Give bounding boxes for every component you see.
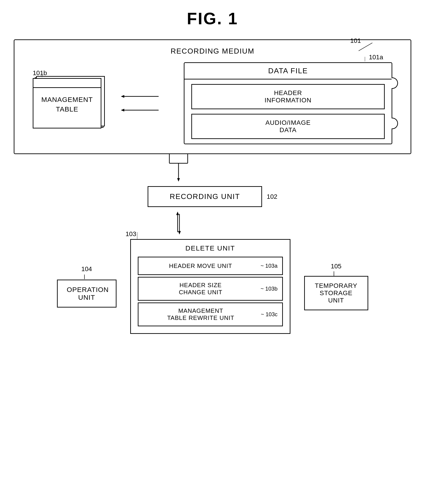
recording-medium-box: RECORDING MEDIUM 101b MANAGEMENTTABLE (14, 39, 411, 154)
recording-unit-box: RECORDING UNIT (148, 186, 262, 207)
audio-image-label: AUDIO/IMAGEDATA (197, 119, 379, 134)
header-info-label: HEADERINFORMATION (197, 89, 379, 104)
ref-105-line (332, 271, 341, 276)
ref-103b: ~ 103b (260, 286, 277, 292)
mt-header-line (33, 79, 101, 88)
arrow-section-2 (14, 212, 411, 235)
operation-unit-label: OPERATIONUNIT (67, 286, 109, 301)
management-table-box: MANAGEMENTTABLE (33, 78, 101, 128)
svg-marker-16 (178, 231, 181, 235)
temporary-storage-label: TEMPORARYSTORAGE UNIT (315, 282, 358, 304)
arrow-section-1 (14, 154, 411, 181)
delete-unit-label: DELETE UNIT (138, 244, 283, 252)
ref-103a: ~ 103a (260, 263, 277, 269)
ref-104: 104 (81, 265, 92, 273)
delete-unit-wrapper: 103 DELETE UNIT HEADER MOVE UNIT ~ 103a … (130, 239, 290, 334)
data-file-container: 101a DATA FILE HEADERINFORMATION AUDIO/I… (184, 62, 392, 144)
header-size-change-unit-label: HEADER SIZECHANGE UNIT (143, 282, 258, 296)
recording-unit-label: RECORDING UNIT (170, 192, 240, 201)
scroll-arc-bottom (392, 118, 398, 129)
data-file-label: DATA FILE (185, 63, 392, 80)
recording-medium-label: RECORDING MEDIUM (24, 47, 401, 55)
sub-unit-header-size: HEADER SIZECHANGE UNIT ~ 103b (138, 277, 283, 301)
ref-102: 102 (267, 193, 277, 200)
ref-105: 105 (331, 263, 341, 270)
data-file-box: DATA FILE HEADERINFORMATION AUDIO/IMAGED… (184, 62, 392, 144)
connector-area (120, 78, 166, 128)
operation-unit-box: OPERATIONUNIT (57, 280, 117, 308)
management-table-container: 101b MANAGEMENTTABLE (33, 78, 101, 128)
management-table-rewrite-unit-label: MANAGEMENTTABLE REWRITE UNIT (143, 307, 259, 322)
rm-inner-row: 101b MANAGEMENTTABLE (24, 62, 401, 144)
scroll-arc-top (392, 77, 398, 89)
sub-unit-mgmt-rewrite: MANAGEMENTTABLE REWRITE UNIT ~ 103c (138, 302, 283, 326)
arrows-1-svg (0, 154, 425, 181)
arrows-2-svg (0, 212, 425, 235)
operation-unit-container: 104 OPERATIONUNIT (57, 265, 117, 308)
data-file-inner: HEADERINFORMATION AUDIO/IMAGEDATA (185, 80, 392, 144)
connector-svg (120, 78, 166, 128)
page-title: FIG. 1 (14, 9, 411, 28)
temporary-storage-container: 105 TEMPORARYSTORAGE UNIT (304, 263, 368, 310)
delete-unit-container: 104 OPERATIONUNIT 103 DELETE UNIT HEADER… (14, 239, 411, 334)
header-move-unit-label: HEADER MOVE UNIT (143, 262, 258, 269)
svg-marker-14 (176, 212, 179, 215)
audio-image-box: AUDIO/IMAGEDATA (191, 114, 385, 139)
recording-unit-container: RECORDING UNIT 102 (14, 186, 411, 207)
ref-104-line (82, 274, 91, 279)
scroll-decoration (392, 63, 398, 144)
temporary-storage-box: TEMPORARYSTORAGE UNIT (304, 276, 368, 310)
svg-marker-3 (121, 95, 124, 98)
svg-marker-12 (177, 178, 180, 181)
svg-marker-5 (121, 109, 124, 112)
header-info-box: HEADERINFORMATION (191, 84, 385, 109)
ref-103: 103 (126, 230, 136, 238)
sub-unit-header-move: HEADER MOVE UNIT ~ 103a (138, 257, 283, 275)
ref-103c: ~ 103c (261, 311, 278, 318)
management-table-label: MANAGEMENTTABLE (33, 88, 101, 121)
delete-unit-main: DELETE UNIT HEADER MOVE UNIT ~ 103a HEAD… (130, 239, 290, 334)
full-diagram: FIG. 1 101 RECORDING MEDIUM 101b (14, 9, 411, 334)
